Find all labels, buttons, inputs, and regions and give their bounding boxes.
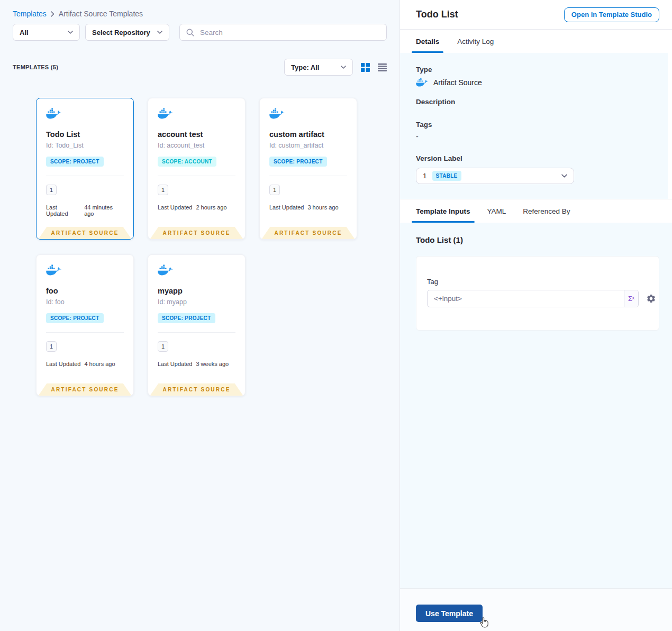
last-updated-value: 3 hours ago — [307, 204, 338, 211]
last-updated: Last Updated 44 minutes ago — [46, 204, 124, 217]
last-updated-label: Last Updated — [46, 204, 80, 217]
artifact-source-ribbon: ARTIFACT SOURCE — [150, 383, 243, 396]
chevron-down-icon — [561, 174, 567, 178]
last-updated: Last Updated 3 weeks ago — [158, 361, 235, 367]
tab-yaml[interactable]: YAML — [487, 199, 506, 223]
template-card-title: Todo List — [46, 130, 124, 139]
version-count-badge: 1 — [46, 185, 57, 195]
card-divider — [46, 332, 124, 333]
template-card[interactable]: foo Id: foo SCOPE: PROJECT 1 Last Update… — [36, 254, 134, 396]
scope-filter-value: All — [20, 29, 29, 36]
version-count-badge: 1 — [269, 185, 280, 195]
version-count-badge: 1 — [158, 185, 168, 195]
docker-icon — [416, 78, 429, 87]
breadcrumb-chevron-icon — [51, 11, 55, 17]
stable-badge: STABLE — [432, 171, 461, 181]
tags-value: - — [416, 132, 652, 141]
details-header: Todo List Open in Template Studio — [400, 0, 672, 30]
template-inputs-section: Todo List (1) Tag Σˣ — [400, 223, 672, 588]
template-card-id: Id: foo — [46, 298, 124, 306]
version-value: 1 — [423, 172, 427, 180]
tags-label: Tags — [416, 121, 652, 129]
version-select[interactable]: 1 STABLE — [416, 168, 574, 184]
template-card-id: Id: custom_artifact — [269, 142, 347, 149]
template-card-title: foo — [46, 287, 124, 295]
breadcrumb-templates-link[interactable]: Templates — [13, 10, 47, 18]
repository-filter-value: Select Repository — [92, 29, 150, 36]
chevron-down-icon — [157, 31, 162, 34]
description-label: Description — [416, 98, 652, 106]
tab-details[interactable]: Details — [416, 30, 439, 53]
inputs-heading: Todo List (1) — [416, 235, 659, 244]
scope-badge: SCOPE: PROJECT — [158, 313, 215, 323]
tag-input-group: Σˣ — [427, 290, 639, 307]
expression-toggle-button[interactable]: Σˣ — [624, 290, 638, 307]
last-updated-value: 4 hours ago — [84, 361, 115, 367]
template-card-title: myapp — [158, 287, 235, 295]
template-details-panel: Todo List Open in Template Studio Detail… — [399, 0, 672, 631]
chevron-down-icon — [68, 31, 73, 34]
scope-filter-select[interactable]: All — [13, 24, 80, 41]
tab-activity-log[interactable]: Activity Log — [457, 30, 494, 53]
scope-badge: SCOPE: PROJECT — [46, 313, 104, 323]
last-updated: Last Updated 2 hours ago — [158, 204, 235, 211]
tab-template-inputs[interactable]: Template Inputs — [416, 199, 470, 223]
use-template-button[interactable]: Use Template — [416, 605, 483, 622]
type-value: Artifact Source — [433, 78, 482, 87]
template-card-id: Id: Todo_List — [46, 142, 124, 149]
template-card[interactable]: Todo List Id: Todo_List SCOPE: PROJECT 1… — [36, 98, 134, 240]
tag-input[interactable] — [428, 290, 624, 307]
last-updated-label: Last Updated — [269, 204, 304, 211]
grid-view-icon[interactable] — [361, 63, 370, 72]
template-card[interactable]: account test Id: account_test SCOPE: ACC… — [148, 98, 246, 240]
type-filter-select[interactable]: Type: All — [284, 59, 353, 76]
details-section: Type Artifact Source Description Tags - … — [400, 53, 668, 199]
list-view-icon[interactable] — [378, 63, 387, 71]
template-inputs-card: Tag Σˣ — [416, 256, 659, 331]
card-divider — [158, 332, 235, 333]
version-label: Version Label — [416, 154, 652, 162]
card-divider — [158, 176, 235, 176]
templates-list-header: TEMPLATES (5) Type: All — [13, 59, 387, 76]
details-tabs: Details Activity Log — [400, 30, 672, 53]
chevron-down-icon — [341, 66, 346, 69]
last-updated-label: Last Updated — [158, 204, 192, 211]
panel-title: Todo List — [416, 9, 458, 20]
breadcrumb-current: Artifact Source Templates — [59, 10, 143, 18]
docker-icon — [158, 269, 174, 278]
docker-icon — [269, 112, 285, 121]
docker-icon — [158, 112, 174, 121]
last-updated: Last Updated 3 hours ago — [269, 204, 347, 211]
card-divider — [46, 176, 124, 176]
artifact-source-ribbon: ARTIFACT SOURCE — [150, 227, 243, 239]
scope-badge: SCOPE: ACCOUNT — [158, 157, 216, 167]
repository-filter-select[interactable]: Select Repository — [85, 24, 169, 41]
template-card-title: account test — [158, 130, 235, 139]
last-updated-label: Last Updated — [46, 361, 80, 367]
type-value-row: Artifact Source — [416, 78, 652, 87]
template-card[interactable]: custom artifact Id: custom_artifact SCOP… — [259, 98, 357, 240]
search-input[interactable] — [199, 28, 380, 37]
type-label: Type — [416, 66, 652, 74]
last-updated: Last Updated 4 hours ago — [46, 361, 124, 367]
tag-label: Tag — [427, 278, 648, 286]
template-card[interactable]: myapp Id: myapp SCOPE: PROJECT 1 Last Up… — [148, 254, 246, 396]
artifact-source-ribbon: ARTIFACT SOURCE — [262, 227, 355, 239]
templates-grid: Todo List Id: Todo_List SCOPE: PROJECT 1… — [36, 98, 387, 396]
scope-badge: SCOPE: PROJECT — [269, 157, 327, 167]
settings-gear-icon[interactable] — [646, 294, 656, 304]
breadcrumb: Templates Artifact Source Templates — [13, 10, 387, 18]
mouse-cursor-icon — [478, 616, 490, 629]
last-updated-value: 3 weeks ago — [196, 361, 229, 367]
filter-row: All Select Repository — [13, 24, 387, 41]
search-icon — [186, 29, 194, 36]
template-card-title: custom artifact — [269, 130, 347, 139]
template-card-id: Id: account_test — [158, 142, 235, 149]
details-footer: Use Template — [400, 588, 672, 631]
template-card-id: Id: myapp — [158, 298, 235, 306]
docker-icon — [46, 112, 62, 121]
open-in-template-studio-button[interactable]: Open in Template Studio — [564, 7, 659, 22]
templates-count-label: TEMPLATES (5) — [13, 64, 58, 70]
version-count-badge: 1 — [158, 341, 168, 352]
tab-referenced-by[interactable]: Referenced By — [523, 199, 570, 223]
